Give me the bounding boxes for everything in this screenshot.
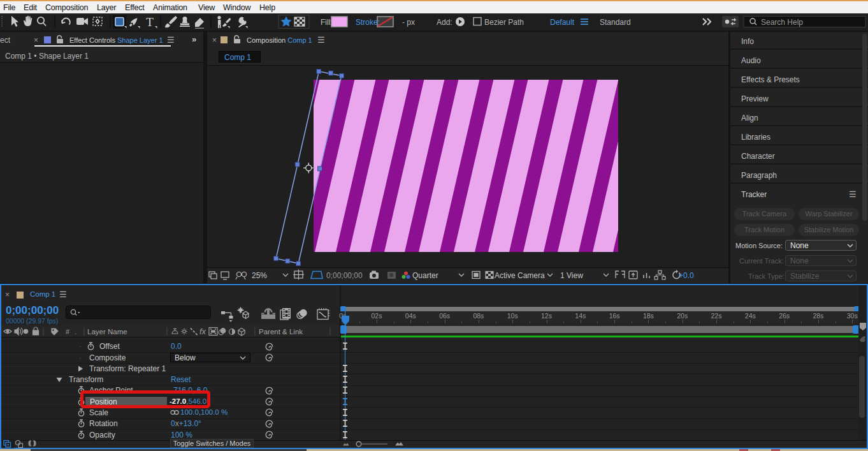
svg-text:#: #: [66, 328, 70, 336]
svg-text:Layer Name: Layer Name: [87, 328, 127, 336]
svg-text:fx: fx: [199, 327, 206, 336]
svg-text:.: .: [75, 328, 76, 336]
svg-text:T: T: [146, 15, 154, 29]
svg-text:Parent & Link: Parent & Link: [259, 328, 303, 336]
